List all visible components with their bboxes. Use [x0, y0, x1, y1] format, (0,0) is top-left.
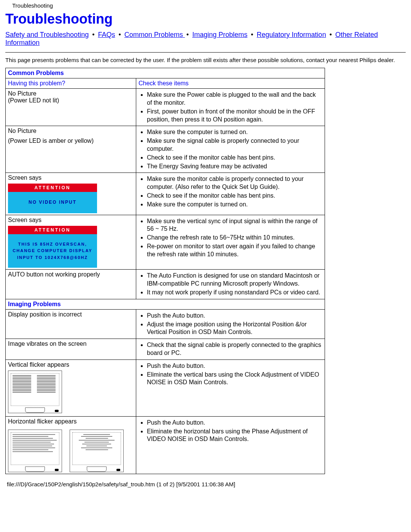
link-faqs[interactable]: FAQs — [98, 31, 115, 38]
list-item: Adjust the image position using the Hori… — [147, 321, 322, 337]
list-item: Check that the signal cable is properly … — [147, 341, 322, 357]
separator: • — [89, 31, 98, 38]
problem-text: Horizontal flicker appears — [8, 418, 134, 425]
list-item: The Auto Function is designed for use on… — [147, 272, 322, 288]
problem-cell: AUTO button not working properly — [6, 270, 136, 299]
link-safety[interactable]: Safety and Troubleshooting — [5, 31, 89, 38]
problem-text: Vertical flicker appears — [8, 361, 134, 368]
problem-cell: No Picture (Power LED is amber or yellow… — [6, 126, 136, 173]
page-title: Troubleshooting — [5, 11, 406, 27]
list-item: Make sure the vertical sync of input sig… — [147, 217, 322, 233]
monitor-vertical-flicker-icon — [8, 371, 62, 413]
problem-text: No Picture — [8, 90, 134, 97]
separator: • — [326, 31, 335, 38]
table-row: Screen says ATTENTION THIS IS 85HZ OVERS… — [6, 215, 325, 270]
table-row: Display position is incorrect Push the A… — [6, 309, 325, 339]
monitor-horizontal-flicker-icon — [70, 430, 124, 472]
osd-line: CHANGE COMPUTER DISPLAY — [13, 248, 92, 253]
osd-message: THIS IS 85HZ OVERSCAN, CHANGE COMPUTER D… — [8, 234, 97, 268]
table-row: Horizontal flicker appears — [6, 416, 325, 474]
table-row: Screen says ATTENTION NO VIDEO INPUT Mak… — [6, 173, 325, 215]
section-common-problems: Common Problems — [6, 68, 325, 78]
section-row: Common Problems — [6, 68, 325, 78]
separator: • — [185, 31, 192, 38]
osd-attention-label: ATTENTION — [8, 184, 97, 192]
list-item: Push the Auto button. — [147, 419, 322, 427]
problem-text: No Picture — [8, 128, 134, 134]
list-item: Make sure the computer is turned on. — [147, 201, 322, 209]
problem-text: (Power LED not lit) — [8, 97, 134, 104]
list-item: Re-power on monitor to start over again … — [147, 243, 322, 259]
check-cell: Make sure the Power cable is plugged to … — [136, 89, 325, 126]
link-imaging-problems[interactable]: Imaging Problems — [192, 31, 247, 38]
problem-cell: No Picture (Power LED not lit) — [6, 89, 136, 126]
check-cell: Make sure the vertical sync of input sig… — [136, 215, 325, 270]
link-common-problems[interactable]: Common Problems — [124, 31, 185, 38]
problem-text: AUTO button not working properly — [8, 271, 134, 278]
nav-links: Safety and Troubleshooting • FAQs • Comm… — [5, 31, 406, 47]
problem-cell: Vertical flicker appears — [6, 359, 136, 416]
check-cell: Make sure the monitor cable is properly … — [136, 173, 325, 215]
separator: • — [115, 31, 124, 38]
check-cell: Push the Auto button. Eliminate the hori… — [136, 416, 325, 474]
list-item: The Energy Saving feature may be activat… — [147, 163, 322, 171]
col-having-problem: Having this problem? — [6, 78, 136, 89]
section-row: Imaging Problems — [6, 299, 325, 309]
problem-cell: Image vibrates on the screen — [6, 339, 136, 360]
problem-text: Screen says — [8, 217, 134, 224]
list-item: Change the refresh rate to 56~75Hz withi… — [147, 234, 322, 242]
list-item: Check to see if the monitor cable has be… — [147, 154, 322, 162]
col-check-items: Check these items — [136, 78, 325, 89]
osd-attention-box: ATTENTION THIS IS 85HZ OVERSCAN, CHANGE … — [8, 226, 97, 268]
list-item: Push the Auto button. — [147, 312, 322, 320]
header-row: Having this problem? Check these items — [6, 78, 325, 89]
table-row: AUTO button not working properly The Aut… — [6, 270, 325, 299]
osd-line: THIS IS 85HZ OVERSCAN, — [18, 242, 87, 246]
check-cell: Check that the signal cable is properly … — [136, 339, 325, 360]
problem-text: (Power LED is amber or yellow) — [8, 137, 134, 144]
problem-text: Screen says — [8, 174, 134, 181]
troubleshooting-table: Common Problems Having this problem? Che… — [5, 68, 325, 474]
list-item: Eliminate the vertical bars using the Cl… — [147, 371, 322, 387]
divider — [5, 52, 406, 53]
list-item: First, power button in front of the moni… — [147, 108, 322, 124]
osd-attention-label: ATTENTION — [8, 226, 97, 234]
list-item: Push the Auto button. — [147, 362, 322, 370]
table-row: Image vibrates on the screen Check that … — [6, 339, 325, 360]
osd-line: INPUT TO 1024X768@60HZ — [17, 255, 88, 260]
table-row: No Picture (Power LED is amber or yellow… — [6, 126, 325, 173]
problem-cell: Screen says ATTENTION THIS IS 85HZ OVERS… — [6, 215, 136, 270]
table-row: No Picture (Power LED not lit) Make sure… — [6, 89, 325, 126]
header-breadcrumb: Troubleshooting — [5, 0, 406, 10]
list-item: Check to see if the monitor cable has be… — [147, 192, 322, 200]
link-regulatory[interactable]: Regulatory Information — [257, 31, 326, 38]
table-row: Vertical flicker appears Push the Auto b… — [6, 359, 325, 416]
footer-path: file:///D|/Grace/150P2/english/150p2e/sa… — [0, 474, 411, 490]
check-cell: Push the Auto button. Adjust the image p… — [136, 309, 325, 339]
problem-cell: Display position is incorrect — [6, 309, 136, 339]
list-item: Make sure the Power cable is plugged to … — [147, 91, 322, 107]
section-imaging-problems: Imaging Problems — [6, 299, 325, 309]
list-item: Make sure the monitor cable is properly … — [147, 175, 322, 191]
separator: • — [247, 31, 256, 38]
check-cell: The Auto Function is designed for use on… — [136, 270, 325, 299]
list-item: Eliminate the horizontal bars using the … — [147, 428, 322, 444]
list-item: It may not work properly if using nonsta… — [147, 289, 322, 297]
osd-attention-box: ATTENTION NO VIDEO INPUT — [8, 184, 97, 213]
problem-cell: Screen says ATTENTION NO VIDEO INPUT — [6, 173, 136, 215]
problem-text: Display position is incorrect — [8, 311, 134, 318]
intro-text: This page presents problems that can be … — [5, 56, 406, 64]
osd-message: NO VIDEO INPUT — [8, 192, 97, 213]
list-item: Make sure the computer is turned on. — [147, 128, 322, 136]
monitor-horizontal-flicker-icon — [8, 430, 62, 472]
problem-cell: Horizontal flicker appears — [6, 416, 136, 474]
problem-text: Image vibrates on the screen — [8, 340, 134, 347]
check-cell: Make sure the computer is turned on. Mak… — [136, 126, 325, 173]
check-cell: Push the Auto button. Eliminate the vert… — [136, 359, 325, 416]
list-item: Make sure the signal cable is properly c… — [147, 137, 322, 153]
